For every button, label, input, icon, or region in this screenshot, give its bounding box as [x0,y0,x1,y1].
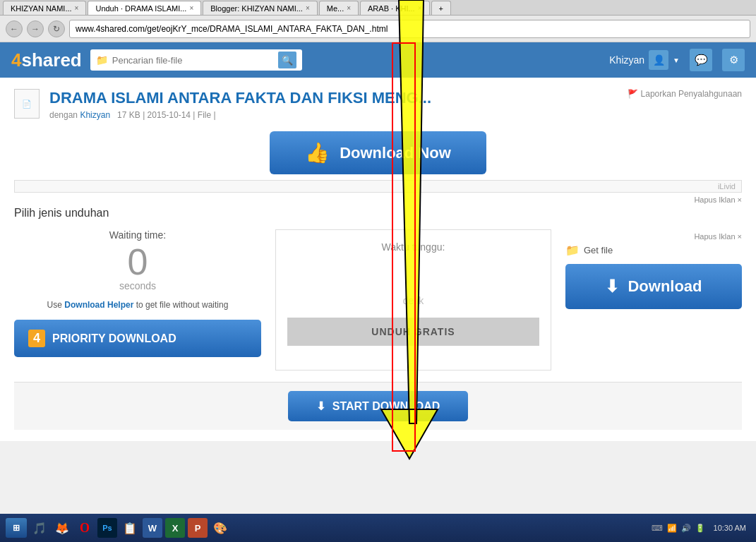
download-arrow-icon: ⬇ [605,277,619,296]
taskbar-vlc-icon[interactable]: 🎵 [30,518,49,538]
taskbar-firefox-icon[interactable]: 🦊 [52,518,72,538]
hapus-iklan-button2[interactable]: Hapus Iklan × [694,232,742,241]
close-icon[interactable]: × [347,4,351,12]
left-panel: Waiting time: 0 seconds Use Download Hel… [14,229,261,357]
download-now-button[interactable]: 👍 Download Now [270,131,486,174]
site-logo[interactable]: 4shared [11,49,82,71]
start-download-label: START DOWNLOAD [332,400,440,413]
taskbar-excel-icon[interactable]: X [165,518,185,538]
close-icon[interactable]: × [306,4,310,12]
download-label: Download [628,277,702,296]
start-download-button[interactable]: ⬇ START DOWNLOAD [288,391,469,421]
network-icon: 📶 [667,524,677,533]
reload-button[interactable]: ↻ [48,20,65,37]
report-text: Laporkan Penyalahgunaan [641,89,742,99]
download-now-label: Download Now [340,144,451,162]
search-input[interactable] [112,55,274,66]
system-clock: 10:30 AM [709,524,750,532]
download-button[interactable]: ⬇ Download [565,264,742,309]
taskbar-paint-icon[interactable]: 🎨 [210,518,230,538]
logo-number: 4 [11,49,21,71]
tab-label: Me... [327,4,344,13]
countdown-unit: seconds [14,280,261,291]
browser-toolbar: ← → ↻ [0,16,756,42]
tab-new[interactable]: + [431,1,451,15]
waktu-tunggu-label: Waktu tunggu: [287,241,539,253]
start-button[interactable]: ⊞ [6,518,27,538]
taskbar-powerpoint-icon[interactable]: P [188,518,208,538]
volume-icon: 🔊 [681,524,691,533]
folder2-icon: 📁 [565,243,580,257]
search-bar: 📁 🔍 [90,49,302,71]
countdown-number: 0 [14,243,261,280]
ilivid-ad-bar: iLivid [14,180,742,193]
section-title: Pilih jenis unduhan [14,207,742,219]
download-options: Waiting time: 0 seconds Use Download Hel… [14,229,742,371]
taskbar-folder-icon[interactable]: 📋 [120,518,140,538]
folder-icon: 📁 [96,54,108,66]
search-button[interactable]: 🔍 [278,52,296,68]
start-download-arrow-icon: ⬇ [316,399,325,413]
user-area[interactable]: Khizyan 👤 ▼ [609,50,680,70]
logo-text: shared [21,49,81,71]
tab-2[interactable]: Unduh · DRAMA ISLAMI...× [88,1,201,15]
tab-label: ARAB · KHI... [368,4,415,13]
download-helper-link[interactable]: Download Helper [64,300,133,310]
taskbar-word-icon[interactable]: W [143,518,162,538]
tab-1[interactable]: KHIZYAN NAMI...× [3,1,86,15]
unduh-gratis-button[interactable]: UNDUH GRATIS [287,318,539,346]
file-info-bar: 📄 DRAMA ISLAMI ANTARA FAKTA DAN FIKSI ME… [14,89,742,120]
priority-number: 4 [28,330,45,347]
taskbar: ⊞ 🎵 🦊 O Ps 📋 W X P 🎨 ⌨ 📶 🔊 🔋 10:30 AM [0,514,756,542]
close-icon[interactable]: × [418,4,422,12]
flag-icon: 🚩 [628,89,638,99]
tab-3[interactable]: Blogger: KHIZYAN NAMI...× [203,1,317,15]
get-file-label: 📁 Get file [565,243,742,257]
tab-4[interactable]: Me...× [319,1,359,15]
middle-panel: Waktu tunggu: detik UNDUH GRATIS [275,229,551,371]
forward-button[interactable]: → [27,20,44,37]
start-download-bar: ⬇ START DOWNLOAD [14,382,742,430]
header-right: Khizyan 👤 ▼ 💬 ⚙ [609,49,745,71]
site-header: 4shared 📁 🔍 Khizyan 👤 ▼ 💬 ⚙ [0,42,756,78]
hapus-iklan-bar2: Hapus Iklan × [565,232,742,241]
messages-icon[interactable]: 💬 [690,49,712,71]
close-icon[interactable]: × [75,4,79,12]
waiting-time-label: Waiting time: [14,229,261,241]
tab-5[interactable]: ARAB · KHI...× [360,1,429,15]
tab-label: Blogger: KHIZYAN NAMI... [210,4,303,13]
avatar: 👤 [649,50,668,70]
priority-download-button[interactable]: 4 PRIORITY DOWNLOAD [14,320,261,357]
file-meta: dengan Khizyan 17 KB | 2015-10-14 | File… [49,110,431,120]
battery-icon: 🔋 [695,524,705,533]
author-link[interactable]: Khizyan [80,110,110,120]
tab-label: Unduh · DRAMA ISLAMI... [95,4,186,13]
hapus-iklan-button[interactable]: Hapus Iklan × [694,195,742,204]
right-panel: Hapus Iklan × 📁 Get file ⬇ Download [565,229,742,309]
file-title: DRAMA ISLAMI ANTARA FAKTA DAN FIKSI MENG… [49,89,431,107]
taskbar-photoshop-icon[interactable]: Ps [97,518,117,538]
keyboard-icon: ⌨ [652,524,663,533]
report-link[interactable]: 🚩 Laporkan Penyalahgunaan [628,89,742,99]
chevron-down-icon: ▼ [673,56,680,64]
helper-text: Use Download Helper to get file without … [14,300,261,310]
main-content: 📄 DRAMA ISLAMI ANTARA FAKTA DAN FIKSI ME… [0,78,756,441]
address-bar[interactable] [69,20,750,38]
settings-icon[interactable]: ⚙ [722,49,745,71]
ilivid-label: iLivid [718,182,736,191]
file-details: DRAMA ISLAMI ANTARA FAKTA DAN FIKSI MENG… [49,89,431,120]
get-file-text: Get file [584,245,613,255]
detik-label: detik [287,295,539,306]
taskbar-right: ⌨ 📶 🔊 🔋 10:30 AM [652,524,750,533]
taskbar-opera-icon[interactable]: O [75,518,95,538]
back-button[interactable]: ← [6,20,23,37]
download-now-wrapper: 👍 Download Now [14,131,742,174]
priority-label: PRIORITY DOWNLOAD [52,332,176,345]
new-tab-icon: + [439,4,443,13]
file-icon: 📄 [14,89,40,119]
hapus-iklan-bar: Hapus Iklan × [14,195,742,204]
tab-label: KHIZYAN NAMI... [11,4,72,13]
username-label: Khizyan [609,54,644,66]
browser-tabs: KHIZYAN NAMI...× Unduh · DRAMA ISLAMI...… [0,0,756,16]
close-icon[interactable]: × [189,4,193,12]
